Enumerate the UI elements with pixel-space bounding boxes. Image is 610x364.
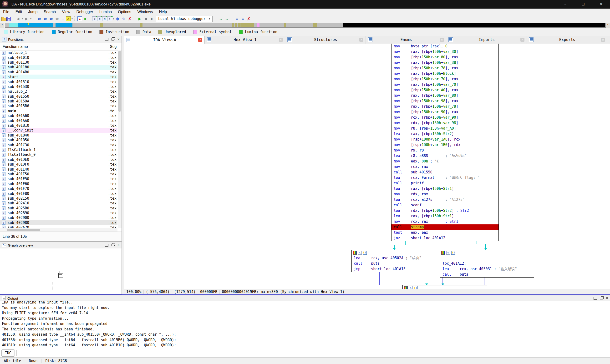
make-data-icon[interactable]: d [97,16,102,21]
function-row[interactable]: f__lconv_init.tex [0,128,117,133]
panel-close-icon[interactable]: × [606,297,608,299]
band-segment-black[interactable] [343,23,605,27]
panel-float-icon[interactable] [600,297,603,299]
function-row[interactable]: fsub_402890.tex [0,211,117,215]
band-segment-blue[interactable] [18,23,53,27]
disasm-line[interactable]: lea rax, [rbp+150h+Str1] [391,186,498,192]
functions-column-header[interactable]: Function name Seg [0,43,121,51]
idc-button[interactable]: IDC [1,350,15,357]
disasm-line[interactable]: mov rax, [rbp+150h+var_80] [391,93,498,98]
function-row[interactable]: fsub_401A60.tex [0,113,117,118]
disasm-line[interactable]: mov [rsp+1D0h+var_1A8], rcx [391,137,498,142]
disasm-line[interactable]: mov rax, [rbp+150h+var_30] [391,49,498,54]
function-row[interactable]: fsub_4025B0.tex [0,206,117,211]
disasm-line[interactable]: mov rcx, [rbp+150h+var_90] [391,115,498,120]
scrollbar-thumb[interactable] [7,229,40,231]
function-row[interactable]: fsub_402410.tex [0,201,117,206]
band-segment-cyan[interactable] [9,23,18,27]
function-row[interactable]: fsub_401F70.tex [0,186,117,191]
menu-item-debugger[interactable]: Debugger [73,10,96,14]
tab-structures[interactable]: Structures× [285,36,366,44]
function-row[interactable]: fsub_402150.tex [0,196,117,201]
function-row[interactable]: fnullsub_2.tex [0,89,117,94]
menu-item-lumina[interactable]: Lumina [96,10,115,14]
function-row[interactable]: fsub_401010.tex [0,55,117,60]
graph-overview-canvas[interactable] [0,248,121,294]
menu-item-edit[interactable]: Edit [13,10,25,14]
band-scroll-left[interactable]: ◂▸ [0,23,4,28]
search-binary-icon[interactable]: ∞ [48,16,54,22]
function-row[interactable]: fTlsCallback_1.tex [0,147,117,152]
disasm-line[interactable]: call strcmp [391,224,498,230]
menu-item-options[interactable]: Options [115,10,134,14]
function-row[interactable]: fsub_4015B6.tex [0,104,117,108]
disasm-line[interactable]: call printf [391,181,498,186]
disasm-line[interactable]: test eax, eax [391,230,498,235]
group-node-icon[interactable] [414,286,418,289]
function-row[interactable]: fsub_401180.tex [0,65,117,70]
patch-icon[interactable]: ∗ [115,16,121,22]
jump-arrow-icon[interactable]: ↓ [60,16,66,22]
close-button[interactable]: × [592,0,610,9]
function-row[interactable]: fsub_401DE0.tex [0,157,117,162]
disasm-line[interactable]: mov r9, r8 [391,148,498,153]
tab-close-icon[interactable]: × [601,38,605,42]
search-code-icon[interactable]: ∞ [36,16,42,22]
watches-icon[interactable]: ≡ [240,16,246,22]
minimize-button[interactable]: − [556,0,574,9]
disasm-line[interactable]: call scanf [391,203,498,208]
disasm-line[interactable]: mov [rbp+150h+var_90], rax [391,109,498,115]
tab-exports[interactable]: Exports× [527,36,607,44]
band-segment-blue[interactable] [55,23,72,27]
idc-command-input[interactable] [16,350,608,356]
problem-list-icon[interactable]: ▲ [78,16,82,21]
edit-comment-icon[interactable]: ✎ [121,16,127,22]
disasm-line[interactable]: mov [rbp+150h+var_70], rax [391,77,498,82]
pause-debug-icon[interactable]: ▮▮ [143,16,149,22]
function-row[interactable]: fsub_401510.tex [0,79,117,84]
disasm-line[interactable]: mov [rbp+150h+var_98], rax [391,98,498,104]
caret-icon[interactable]: ▼ [21,16,24,22]
start-debug-icon[interactable]: ▶ [137,16,143,22]
group-node-icon[interactable] [451,251,455,255]
functions-vertical-scrollbar[interactable] [118,50,121,228]
menu-item-help[interactable]: Help [156,10,170,14]
disasm-line[interactable]: mov edx, 80h ; '€' [391,159,498,164]
search-dim-icon[interactable]: ∞ [54,16,60,22]
debugger-select[interactable]: Local Windows debugger▼ [156,16,213,22]
band-segment-olive[interactable] [235,23,237,27]
open-icon[interactable] [1,18,6,21]
column-function-name[interactable]: Function name [0,45,28,49]
tab-close-icon[interactable]: × [198,38,202,42]
back-icon[interactable]: ◀ [15,16,21,22]
function-row[interactable]: fsub_401F60.tex [0,182,117,186]
function-row[interactable]: fsub_401F80.tex [0,191,117,196]
function-row[interactable]: fsub_401B50.tex [0,138,117,143]
analysis-indicator-icon[interactable]: ● [82,16,88,22]
disasm-line[interactable]: mov [rbp+150h+var_78], rax [391,65,498,71]
attach-icon[interactable]: → [218,16,224,22]
panel-maximize-icon[interactable] [105,38,108,41]
band-segment-pale[interactable] [53,23,55,27]
function-row[interactable]: fstart.tex [0,75,117,79]
panel-maximize-icon[interactable] [105,244,108,247]
function-row[interactable]: fTlsCallback_0.tex [0,152,117,157]
function-row[interactable]: fsub_401DF0.tex [0,162,117,167]
maximize-button[interactable]: □ [574,0,592,9]
graph-overview-header[interactable]: Graph overview × [0,242,121,249]
ida-view-canvas[interactable]: mov byte ptr [rax], 0mov rax, [rbp+150h+… [124,44,610,289]
disasm-line[interactable]: mov [rbp+150h+var_A0], rax [391,87,498,93]
function-row[interactable]: fnullsub_1.tex [0,50,117,55]
function-row[interactable]: fmain.te [0,109,117,113]
band-segment-olive[interactable] [100,23,103,27]
tab-close-icon[interactable]: × [440,38,444,42]
disasm-line[interactable]: call puts [440,272,534,277]
disasm-line[interactable]: call sub_401550 [391,169,498,175]
function-row[interactable]: fsub_401C30.tex [0,143,117,147]
edit-node-icon[interactable]: ✎ [409,286,413,289]
basic-block-bottom[interactable]: ✎ [402,285,487,289]
breakpoints-icon[interactable]: ≡ [234,16,240,22]
function-row[interactable]: fsub_4014B0.tex [0,70,117,75]
disasm-line[interactable]: lea rcx, Format ; "请输入 flag: " [391,175,498,181]
panel-close-icon[interactable]: × [117,244,120,246]
